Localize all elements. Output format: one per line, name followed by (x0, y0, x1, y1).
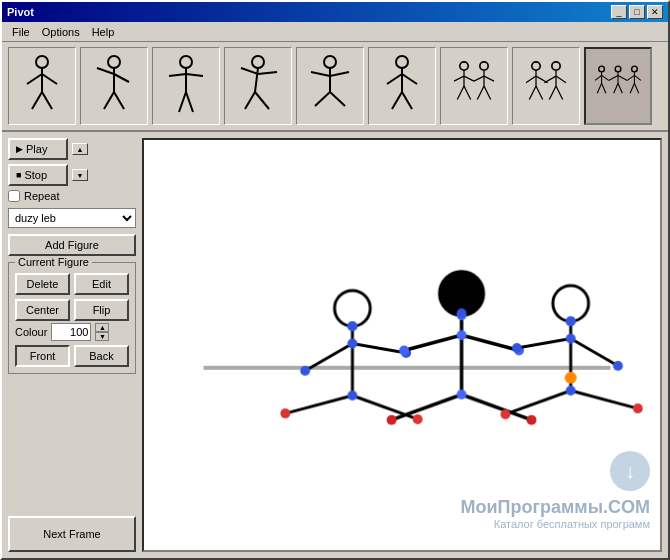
menu-options[interactable]: Options (36, 24, 86, 40)
delete-button[interactable]: Delete (15, 273, 70, 295)
scroll-up-area: ▲ (72, 143, 88, 155)
svg-point-30 (396, 56, 408, 68)
colour-row: Colour ▲ ▼ (15, 323, 129, 341)
maximize-button[interactable]: □ (629, 5, 645, 19)
svg-line-27 (330, 72, 349, 76)
svg-point-36 (460, 61, 468, 69)
toolbar-figure-5[interactable] (296, 47, 364, 125)
svg-point-48 (532, 61, 540, 69)
playback-controls: ▶ Play ▲ ■ Stop ▼ (8, 138, 136, 202)
stop-icon: ■ (16, 170, 21, 180)
scroll-up-button[interactable]: ▲ (72, 143, 88, 155)
toolbar-figure-9[interactable] (584, 47, 652, 125)
toolbar-figure-1[interactable] (8, 47, 76, 125)
svg-point-72 (632, 66, 638, 72)
play-label: Play (26, 143, 47, 155)
svg-line-59 (556, 86, 563, 99)
menu-help[interactable]: Help (86, 24, 121, 40)
flip-button[interactable]: Flip (74, 299, 129, 321)
window-title: Pivot (7, 6, 34, 18)
svg-line-16 (179, 92, 186, 112)
stick-figure-7-icon (449, 54, 499, 119)
play-button[interactable]: ▶ Play (8, 138, 68, 160)
minimize-button[interactable]: _ (611, 5, 627, 19)
svg-line-63 (602, 75, 609, 80)
repeat-row: Repeat (8, 190, 136, 202)
svg-line-34 (392, 92, 402, 109)
svg-line-5 (42, 92, 52, 109)
stop-button[interactable]: ■ Stop (8, 164, 68, 186)
svg-line-57 (556, 76, 566, 83)
toolbar-figure-6[interactable] (368, 47, 436, 125)
svg-line-62 (595, 75, 601, 80)
figure-action-grid: Delete Edit Center Flip (15, 273, 129, 321)
current-figure-group: Current Figure Delete Edit Center Flip C… (8, 262, 136, 374)
colour-input[interactable] (51, 323, 91, 341)
svg-line-76 (630, 83, 634, 93)
svg-line-38 (454, 76, 464, 81)
svg-line-26 (311, 72, 330, 76)
svg-line-29 (330, 92, 345, 106)
svg-line-21 (258, 72, 277, 74)
svg-line-2 (27, 74, 42, 84)
svg-line-15 (186, 74, 203, 76)
toolbar-figure-8[interactable] (512, 47, 580, 125)
stick-figure-9-icon (593, 54, 643, 119)
main-window: Pivot _ □ ✕ File Options Help (0, 0, 670, 560)
svg-line-28 (315, 92, 330, 106)
close-button[interactable]: ✕ (647, 5, 663, 19)
stick-figure-8-icon (521, 54, 571, 119)
svg-line-41 (464, 86, 471, 99)
add-figure-button[interactable]: Add Figure (8, 234, 136, 256)
repeat-label: Repeat (24, 190, 59, 202)
svg-point-66 (615, 66, 621, 72)
play-icon: ▶ (16, 144, 23, 154)
figure-toolbar (2, 42, 668, 132)
menubar: File Options Help (2, 22, 668, 42)
stick-figure-6-icon (377, 54, 427, 119)
titlebar: Pivot _ □ ✕ (2, 2, 668, 22)
svg-line-11 (114, 92, 124, 109)
toolbar-figure-3[interactable] (152, 47, 220, 125)
edit-button[interactable]: Edit (74, 273, 129, 295)
stop-row: ■ Stop ▼ (8, 164, 136, 186)
colour-spin-down[interactable]: ▼ (95, 332, 109, 341)
figure-dropdown[interactable]: duzy leb (8, 208, 136, 228)
svg-line-14 (169, 74, 186, 76)
colour-spin: ▲ ▼ (95, 323, 109, 341)
svg-line-50 (526, 76, 536, 83)
toolbar-figure-7[interactable] (440, 47, 508, 125)
svg-line-17 (186, 92, 193, 112)
stick-figure-5-icon (305, 54, 355, 119)
svg-point-18 (252, 56, 264, 68)
toolbar-figure-4[interactable] (224, 47, 292, 125)
left-panel: ▶ Play ▲ ■ Stop ▼ (2, 132, 142, 558)
svg-line-46 (477, 86, 484, 99)
menu-file[interactable]: File (6, 24, 36, 40)
svg-line-32 (387, 74, 402, 84)
scroll-down-button[interactable]: ▼ (72, 169, 88, 181)
colour-spin-up[interactable]: ▲ (95, 323, 109, 332)
titlebar-buttons: _ □ ✕ (611, 5, 663, 19)
colour-label: Colour (15, 326, 47, 338)
svg-line-23 (255, 92, 269, 109)
repeat-checkbox[interactable] (8, 190, 20, 202)
svg-line-53 (536, 86, 543, 99)
next-frame-button[interactable]: Next Frame (8, 516, 136, 552)
svg-line-3 (42, 74, 57, 84)
svg-line-65 (602, 83, 606, 93)
svg-line-74 (627, 75, 634, 80)
current-figure-label: Current Figure (15, 256, 92, 268)
svg-line-10 (104, 92, 114, 109)
svg-line-75 (634, 75, 640, 80)
stick-figure-4-icon (233, 54, 283, 119)
svg-line-44 (474, 76, 484, 81)
front-back-grid: Front Back (15, 345, 129, 367)
front-button[interactable]: Front (15, 345, 70, 367)
back-button[interactable]: Back (74, 345, 129, 367)
canvas-area[interactable]: ↓ МоиПрограммы.COM Каталог бесплатных пр… (142, 138, 662, 552)
toolbar-figure-2[interactable] (80, 47, 148, 125)
center-button[interactable]: Center (15, 299, 70, 321)
svg-point-12 (180, 56, 192, 68)
svg-line-58 (549, 86, 556, 99)
